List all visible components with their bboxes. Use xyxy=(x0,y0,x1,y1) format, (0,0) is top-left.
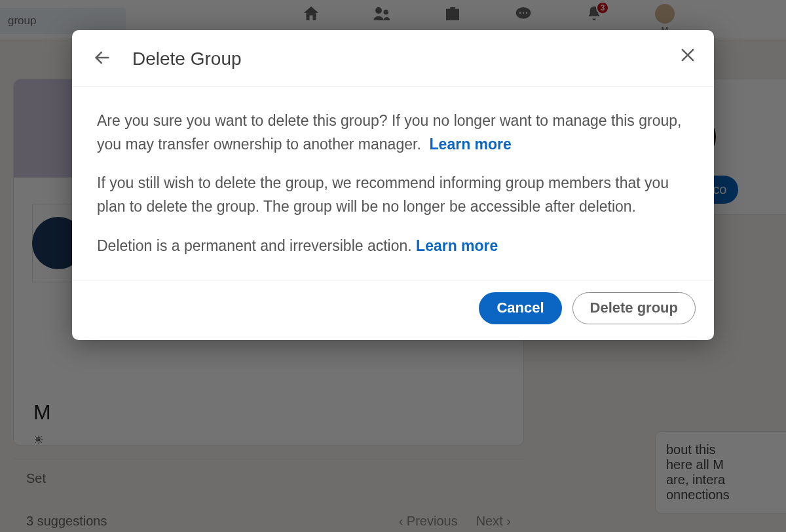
dialog-header: Delete Group xyxy=(72,30,714,87)
dialog-paragraph-2: If you still wish to delete the group, w… xyxy=(97,172,689,218)
dialog-body: Are you sure you want to delete this gro… xyxy=(72,87,714,280)
dialog-paragraph-3: Deletion is a permanent and irreversible… xyxy=(97,235,689,258)
close-icon xyxy=(679,46,697,67)
arrow-left-icon xyxy=(93,48,111,69)
delete-group-dialog: Delete Group Are you sure you want to de… xyxy=(72,30,714,340)
learn-more-link-transfer[interactable]: Learn more xyxy=(430,136,512,153)
dialog-para1-text: Are you sure you want to delete this gro… xyxy=(97,112,681,153)
learn-more-link-deletion[interactable]: Learn more xyxy=(416,237,498,254)
delete-group-button[interactable]: Delete group xyxy=(572,292,696,324)
close-button[interactable] xyxy=(675,43,701,69)
dialog-footer: Cancel Delete group xyxy=(72,280,714,339)
dialog-title: Delete Group xyxy=(132,48,242,69)
back-button[interactable] xyxy=(89,46,115,72)
dialog-paragraph-1: Are you sure you want to delete this gro… xyxy=(97,109,689,156)
dialog-para3-prefix: Deletion is a permanent and irreversible… xyxy=(97,237,416,254)
cancel-button[interactable]: Cancel xyxy=(479,292,561,324)
modal-overlay[interactable]: Delete Group Are you sure you want to de… xyxy=(0,0,786,532)
